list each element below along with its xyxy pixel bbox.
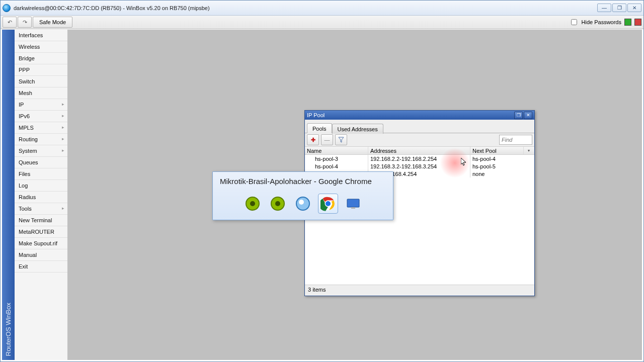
toolbar: ↶ ↷ Safe Mode Hide Passwords — [1, 16, 643, 29]
svg-rect-10 — [351, 207, 355, 209]
tab-pools[interactable]: Pools — [307, 123, 332, 133]
sidebar-item-mpls[interactable]: MPLS▸ — [15, 122, 67, 134]
undo-button[interactable]: ↶ — [3, 17, 17, 28]
sidebar-item-files[interactable]: Files — [15, 168, 67, 180]
status-indicator-green — [624, 19, 631, 26]
sidebar-menu: InterfacesWirelessBridgePPPSwitchMeshIP▸… — [15, 30, 68, 360]
maximize-button[interactable]: ❐ — [612, 4, 626, 12]
taskbar-icon-utorrent-2[interactable] — [268, 194, 288, 214]
sidebar-item-routing[interactable]: Routing▸ — [15, 134, 67, 145]
sidebar-item-ppp[interactable]: PPP — [15, 64, 67, 76]
sidebar-item-ip[interactable]: IP▸ — [15, 99, 67, 111]
titlebar: darkwireless@00:0C:42:7D:7C:DD (RB750) -… — [1, 1, 643, 16]
vertical-sash: RouterOS WinBox — [2, 30, 15, 360]
sidebar-item-ipv6[interactable]: IPv6▸ — [15, 111, 67, 122]
sidebar-item-wireless[interactable]: Wireless — [15, 41, 67, 53]
chevron-right-icon: ▸ — [62, 206, 64, 211]
taskbar-icon-desktop[interactable] — [343, 194, 363, 214]
sidebar-item-interfaces[interactable]: Interfaces — [15, 30, 67, 41]
hide-passwords-checkbox[interactable] — [571, 19, 577, 25]
tab-pools-label: Pools — [312, 126, 327, 132]
app-icon — [3, 4, 11, 12]
cell-name: hs-pool-3 — [305, 155, 368, 162]
chevron-right-icon: ▸ — [62, 125, 64, 130]
svg-point-8 — [326, 201, 331, 206]
chevron-right-icon: ▸ — [62, 148, 64, 153]
filter-button[interactable] — [335, 134, 347, 145]
tooltip-icons — [213, 186, 393, 220]
sidebar-item-mesh[interactable]: Mesh — [15, 87, 67, 99]
column-picker[interactable] — [524, 147, 533, 154]
ip-pool-title: IP Pool — [307, 112, 325, 118]
sidebar-item-metarouter[interactable]: MetaROUTER — [15, 226, 67, 238]
ip-pool-tabs: Pools Used Addresses — [305, 120, 534, 133]
chevron-right-icon: ▸ — [62, 136, 64, 141]
redo-button[interactable]: ↷ — [18, 17, 32, 28]
ip-pool-restore-button[interactable]: ❐ — [514, 112, 523, 119]
col-name[interactable]: Name — [305, 147, 368, 154]
sidebar-item-queues[interactable]: Queues — [15, 157, 67, 168]
chevron-right-icon: ▸ — [62, 102, 64, 107]
ip-pool-toolbar: ✚ — — [305, 133, 534, 146]
sidebar-item-bridge[interactable]: Bridge — [15, 53, 67, 64]
hide-passwords-label: Hide Passwords — [582, 19, 621, 25]
find-input[interactable] — [499, 135, 532, 145]
client-area: RouterOS WinBox InterfacesWirelessBridge… — [2, 30, 642, 360]
main-window: darkwireless@00:0C:42:7D:7C:DD (RB750) -… — [0, 0, 644, 362]
remove-button[interactable]: — — [321, 134, 333, 145]
status-bar: 3 items — [305, 285, 534, 294]
safe-mode-label: Safe Mode — [39, 19, 66, 25]
table-row[interactable]: hs-pool-3192.168.2.2-192.168.2.254hs-poo… — [305, 155, 534, 162]
cell-next-pool: hs-pool-5 — [470, 162, 524, 170]
sidebar-item-new-terminal[interactable]: New Terminal — [15, 215, 67, 226]
cell-next-pool: none — [470, 170, 524, 177]
sidebar-item-system[interactable]: System▸ — [15, 145, 67, 157]
sidebar-item-tools[interactable]: Tools▸ — [15, 203, 67, 215]
add-button[interactable]: ✚ — [307, 134, 319, 145]
svg-point-3 — [275, 201, 280, 206]
tooltip-title: Mikrotik-Brasil-Apolohacker - Google Chr… — [213, 172, 393, 186]
tab-used-addresses[interactable]: Used Addresses — [332, 124, 383, 134]
taskbar-icon-winbox[interactable] — [293, 194, 313, 214]
cell-next-pool: hs-pool-4 — [470, 155, 524, 162]
svg-point-5 — [299, 200, 304, 205]
sidebar-item-make-supout-rif[interactable]: Make Supout.rif — [15, 238, 67, 249]
tab-used-addresses-label: Used Addresses — [338, 126, 378, 132]
safe-mode-button[interactable]: Safe Mode — [33, 17, 72, 28]
sidebar-item-exit[interactable]: Exit — [15, 261, 67, 273]
workspace: IP Pool ❐ ✕ Pools Used Addresses ✚ — — [67, 30, 642, 360]
cell-addresses: 192.168.3.2-192.168.3.254 — [368, 162, 470, 170]
window-title: darkwireless@00:0C:42:7D:7C:DD (RB750) -… — [14, 5, 597, 11]
table-row[interactable]: hs-pool-4192.168.3.2-192.168.3.254hs-poo… — [305, 162, 534, 170]
sidebar-item-manual[interactable]: Manual — [15, 249, 67, 261]
taskbar-icon-utorrent-1[interactable] — [243, 194, 263, 214]
table-header: Name Addresses Next Pool — [305, 146, 534, 155]
taskbar-tooltip: Mikrotik-Brasil-Apolohacker - Google Chr… — [212, 171, 393, 220]
sidebar-item-radius[interactable]: Radius — [15, 192, 67, 203]
sidebar-item-log[interactable]: Log — [15, 180, 67, 192]
close-button[interactable]: ✕ — [627, 4, 641, 12]
minimize-button[interactable]: — — [597, 4, 611, 12]
col-addresses[interactable]: Addresses — [368, 147, 470, 154]
col-next-pool[interactable]: Next Pool — [470, 147, 524, 154]
ip-pool-titlebar[interactable]: IP Pool ❐ ✕ — [305, 111, 534, 120]
cell-addresses: 192.168.2.2-192.168.2.254 — [368, 155, 470, 162]
sash-label: RouterOS WinBox — [5, 299, 12, 360]
sidebar-item-switch[interactable]: Switch — [15, 76, 67, 87]
status-indicator-red — [634, 19, 641, 26]
cell-name: hs-pool-4 — [305, 162, 368, 170]
chevron-right-icon: ▸ — [62, 113, 64, 118]
svg-point-1 — [250, 201, 255, 206]
ip-pool-close-button[interactable]: ✕ — [524, 112, 532, 119]
taskbar-icon-chrome[interactable] — [318, 194, 338, 214]
status-text: 3 items — [308, 287, 326, 293]
svg-rect-9 — [347, 199, 359, 207]
